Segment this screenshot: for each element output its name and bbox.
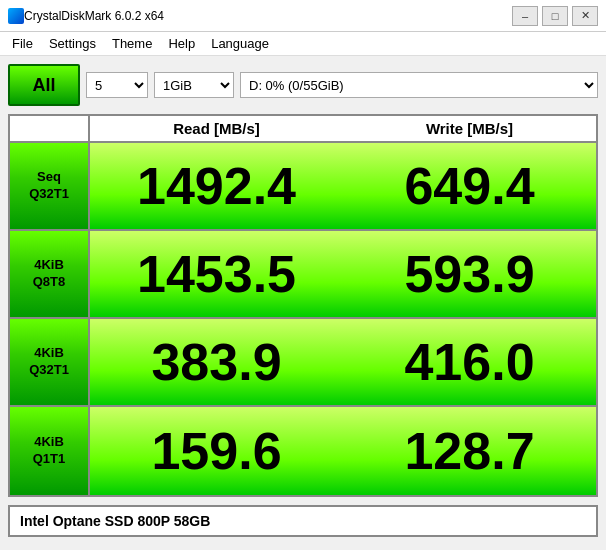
read-value-0: 1492.4 bbox=[90, 143, 343, 229]
maximize-button[interactable]: □ bbox=[542, 6, 568, 26]
title-bar: CrystalDiskMark 6.0.2 x64 – □ ✕ bbox=[0, 0, 606, 32]
table-row: 4KiBQ1T1 159.6 128.7 bbox=[10, 407, 596, 495]
close-button[interactable]: ✕ bbox=[572, 6, 598, 26]
menu-item-language[interactable]: Language bbox=[203, 34, 277, 53]
menu-item-theme[interactable]: Theme bbox=[104, 34, 160, 53]
main-content: All 5 1 3 1GiB 512MiB 4GiB D: 0% (0/55Gi… bbox=[0, 56, 606, 545]
all-button[interactable]: All bbox=[8, 64, 80, 106]
passes-select[interactable]: 5 1 3 bbox=[86, 72, 148, 98]
status-text: Intel Optane SSD 800P 58GB bbox=[20, 513, 210, 529]
minimize-button[interactable]: – bbox=[512, 6, 538, 26]
menu-item-settings[interactable]: Settings bbox=[41, 34, 104, 53]
write-header: Write [MB/s] bbox=[343, 116, 596, 141]
header-spacer bbox=[10, 116, 90, 141]
title-bar-text: CrystalDiskMark 6.0.2 x64 bbox=[24, 9, 512, 23]
table-row: 4KiBQ32T1 383.9 416.0 bbox=[10, 319, 596, 407]
row-label-3: 4KiBQ1T1 bbox=[10, 407, 90, 495]
menu-item-help[interactable]: Help bbox=[160, 34, 203, 53]
read-header: Read [MB/s] bbox=[90, 116, 343, 141]
data-grid: Read [MB/s] Write [MB/s] SeqQ32T1 1492.4… bbox=[8, 114, 598, 497]
read-value-2: 383.9 bbox=[90, 319, 343, 405]
read-value-1: 1453.5 bbox=[90, 231, 343, 317]
menu-bar: FileSettingsThemeHelpLanguage bbox=[0, 32, 606, 56]
table-row: 4KiBQ8T8 1453.5 593.9 bbox=[10, 231, 596, 319]
table-row: SeqQ32T1 1492.4 649.4 bbox=[10, 143, 596, 231]
menu-item-file[interactable]: File bbox=[4, 34, 41, 53]
row-label-2: 4KiBQ32T1 bbox=[10, 319, 90, 405]
write-value-1: 593.9 bbox=[343, 231, 596, 317]
write-value-2: 416.0 bbox=[343, 319, 596, 405]
row-label-1: 4KiBQ8T8 bbox=[10, 231, 90, 317]
write-value-0: 649.4 bbox=[343, 143, 596, 229]
top-controls: All 5 1 3 1GiB 512MiB 4GiB D: 0% (0/55Gi… bbox=[8, 64, 598, 106]
row-label-0: SeqQ32T1 bbox=[10, 143, 90, 229]
app-icon bbox=[8, 8, 24, 24]
read-value-3: 159.6 bbox=[90, 407, 343, 495]
status-bar: Intel Optane SSD 800P 58GB bbox=[8, 505, 598, 537]
title-bar-controls: – □ ✕ bbox=[512, 6, 598, 26]
write-value-3: 128.7 bbox=[343, 407, 596, 495]
drive-select[interactable]: D: 0% (0/55GiB) bbox=[240, 72, 598, 98]
size-select[interactable]: 1GiB 512MiB 4GiB bbox=[154, 72, 234, 98]
grid-header: Read [MB/s] Write [MB/s] bbox=[10, 116, 596, 143]
